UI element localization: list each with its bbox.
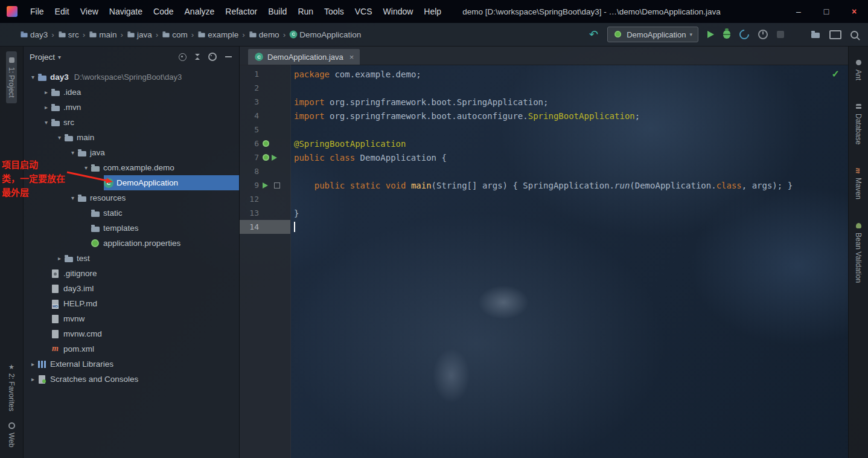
tree-item-external-libraries[interactable]: ▸External Libraries <box>24 356 239 372</box>
locate-file-icon[interactable] <box>179 53 187 61</box>
toolwindow-folder-icon[interactable] <box>811 30 820 39</box>
menu-analyze[interactable]: Analyze <box>179 7 220 16</box>
tree-item-day3-iml[interactable]: day3.iml <box>24 281 239 296</box>
code-line[interactable]: 7public class DemoApplication { <box>240 150 848 164</box>
tree-item-mvnw-cmd[interactable]: mvnw.cmd <box>24 326 239 341</box>
inspections-ok-icon[interactable]: ✓ <box>832 68 840 80</box>
menu-run[interactable]: Run <box>292 7 319 16</box>
terminal-icon[interactable] <box>829 30 841 39</box>
code-line[interactable]: 13} <box>240 206 848 220</box>
code-line[interactable]: 12 <box>240 192 848 206</box>
tool-button-database[interactable]: Database <box>853 98 864 150</box>
gutter[interactable]: 14 <box>240 220 290 234</box>
gutter[interactable]: 8 <box>240 164 290 178</box>
gutter[interactable]: 7 <box>240 150 290 164</box>
tool-button-maven[interactable]: Maven <box>853 162 864 205</box>
close-tab-icon[interactable]: × <box>349 53 354 62</box>
profiler-button[interactable] <box>758 30 768 39</box>
code-text[interactable]: package com.example.demo; <box>290 69 421 79</box>
chevron-right-icon[interactable]: ▸ <box>42 104 51 111</box>
search-icon[interactable] <box>850 31 858 39</box>
breadcrumb-example[interactable]: example <box>196 28 240 40</box>
tree-item-static[interactable]: static <box>24 205 239 221</box>
code-line[interactable]: 4import org.springframework.boot.autocon… <box>240 109 848 123</box>
spring-gutter-icon[interactable] <box>263 140 269 147</box>
tree-item-com-example-demo[interactable]: ▾com.example.demo <box>24 160 239 175</box>
tool-button-1-project[interactable]: 1: Project <box>6 51 17 103</box>
chevron-right-icon[interactable]: ▸ <box>28 361 37 367</box>
chevron-right-icon[interactable]: ▸ <box>42 89 51 95</box>
tree-item-help-md[interactable]: HELP.md <box>24 296 239 311</box>
tool-button-ant[interactable]: Ant <box>853 54 864 86</box>
chevron-down-icon[interactable]: ▾ <box>68 149 77 156</box>
tree-item-mvn[interactable]: ▸.mvn <box>24 100 239 115</box>
gutter[interactable]: 4 <box>240 109 290 123</box>
tool-button-web[interactable]: Web <box>6 417 17 453</box>
tree-item-scratches-and-consoles[interactable]: ▸Scratches and Consoles <box>24 372 239 387</box>
hide-panel-icon[interactable] <box>225 56 232 57</box>
breadcrumb-src[interactable]: src <box>56 28 81 40</box>
menu-window[interactable]: Window <box>378 7 419 16</box>
menu-tools[interactable]: Tools <box>319 7 349 16</box>
code-line[interactable]: 14 <box>240 220 848 234</box>
tree-item-demoapplication[interactable]: DemoApplication <box>24 175 239 190</box>
tool-button-2-favorites[interactable]: 2: Favorites <box>6 358 17 417</box>
code-text[interactable] <box>290 222 295 233</box>
tree-item-templates[interactable]: templates <box>24 221 239 236</box>
spring-gutter-icon[interactable] <box>263 154 269 161</box>
chevron-down-icon[interactable]: ▾ <box>55 134 64 141</box>
tree-item-application-properties[interactable]: application.properties <box>24 236 239 251</box>
run-configuration-select[interactable]: DemoApplication ▾ <box>607 27 698 42</box>
code-text[interactable]: @SpringBootApplication <box>290 139 406 149</box>
code-line[interactable]: 3import org.springframework.boot.SpringA… <box>240 95 848 109</box>
code-line[interactable]: 9 public static void main(String[] args)… <box>240 178 848 192</box>
breadcrumb-com[interactable]: com <box>160 28 190 40</box>
gear-icon[interactable] <box>208 53 217 61</box>
breadcrumb-demoapplication[interactable]: DemoApplication <box>287 28 363 40</box>
run-button[interactable] <box>707 31 714 38</box>
chevron-down-icon[interactable]: ▾ <box>58 54 61 60</box>
gutter[interactable]: 2 <box>240 81 290 95</box>
tree-item-src[interactable]: ▾src <box>24 115 239 130</box>
code-line[interactable]: 2 <box>240 81 848 95</box>
maximize-button[interactable]: □ <box>812 0 840 23</box>
tree-item-day3[interactable]: ▾day3D:\workspace\SpringBoot\day3 <box>24 69 239 85</box>
back-arrow-icon[interactable]: ↶ <box>589 28 598 41</box>
gutter[interactable]: 5 <box>240 123 290 137</box>
menu-edit[interactable]: Edit <box>49 7 75 16</box>
coverage-button[interactable] <box>738 28 752 42</box>
code-line[interactable]: 6@SpringBootApplication <box>240 137 848 150</box>
chevron-right-icon[interactable]: ▸ <box>55 255 64 262</box>
menu-code[interactable]: Code <box>148 7 179 16</box>
tab-demoapplication-java[interactable]: DemoApplication.java × <box>248 49 360 65</box>
chevron-down-icon[interactable]: ▾ <box>42 119 51 126</box>
code-text[interactable]: public static void main(String[] args) {… <box>290 181 793 190</box>
chevron-down-icon[interactable]: ▾ <box>81 164 91 171</box>
breadcrumb-demo[interactable]: demo <box>247 28 281 40</box>
chevron-right-icon[interactable]: ▸ <box>28 376 37 382</box>
chevron-down-icon[interactable]: ▾ <box>28 74 37 80</box>
tree-item-test[interactable]: ▸test <box>24 251 239 266</box>
code-text[interactable]: import org.springframework.boot.autoconf… <box>290 111 640 121</box>
chevron-down-icon[interactable]: ▾ <box>68 195 77 201</box>
breadcrumb-day3[interactable]: day3 <box>18 28 49 40</box>
tree-item-mvnw[interactable]: mvnw <box>24 311 239 326</box>
code-line[interactable]: 8 <box>240 164 848 178</box>
minimize-button[interactable]: – <box>785 0 812 23</box>
tree-item-gitignore[interactable]: .gitignore <box>24 266 239 281</box>
menu-help[interactable]: Help <box>418 7 447 16</box>
menu-file[interactable]: File <box>25 7 49 16</box>
editor-body[interactable]: 1package com.example.demo;23import org.s… <box>240 65 848 458</box>
menu-vcs[interactable]: VCS <box>349 7 378 16</box>
gutter[interactable]: 9 <box>240 178 290 192</box>
run-gutter-icon[interactable] <box>263 182 268 189</box>
gutter[interactable]: 12 <box>240 192 290 206</box>
breadcrumb-main[interactable]: main <box>87 28 118 40</box>
gutter[interactable]: 3 <box>240 95 290 109</box>
tool-button-bean-validation[interactable]: Bean Validation <box>853 217 864 288</box>
close-button[interactable]: × <box>840 0 868 23</box>
tree-item-main[interactable]: ▾main <box>24 130 239 145</box>
menu-refactor[interactable]: Refactor <box>220 7 263 16</box>
gutter[interactable]: 13 <box>240 206 290 220</box>
tree-item-java[interactable]: ▾java <box>24 145 239 160</box>
